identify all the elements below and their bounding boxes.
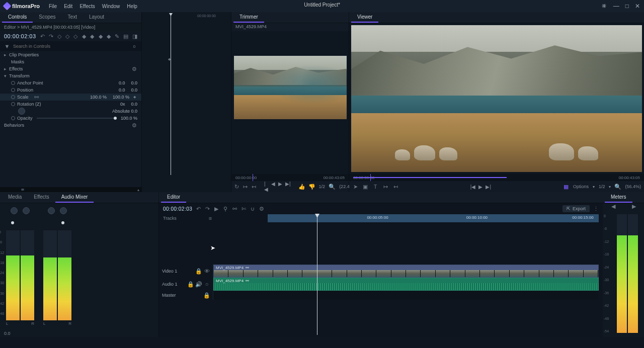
tab-media[interactable]: Media: [2, 192, 28, 203]
audio-clip[interactable]: MVI_4529.MP4⚯: [213, 278, 599, 291]
eye-icon[interactable]: 👁: [204, 268, 210, 274]
menu-edit[interactable]: Edit: [64, 4, 72, 9]
close-icon[interactable]: ✕: [635, 3, 640, 10]
goto-end-icon[interactable]: ▶|: [285, 181, 291, 192]
viewer-timebar[interactable]: 00:00:00:00 00:00:43:05: [349, 174, 644, 181]
ed-link-icon[interactable]: ⚯: [231, 206, 237, 212]
link-icon[interactable]: ⚯: [34, 94, 40, 100]
tab-trimmer[interactable]: Trimmer: [233, 12, 264, 23]
v-play-icon[interactable]: ▶: [478, 184, 482, 190]
prop-position[interactable]: Position0.00.0: [0, 86, 141, 94]
audio-track-body[interactable]: MVI_4529.MP4⚯: [213, 278, 599, 291]
ed-play-icon[interactable]: ▶: [213, 206, 219, 212]
v-out-icon[interactable]: ↤: [392, 184, 398, 190]
video-track-body[interactable]: MVI_4529.MP4⚯: [213, 265, 599, 278]
group-transform[interactable]: ▾Transform: [0, 72, 141, 79]
controls-timecode[interactable]: 00:00:02:03: [4, 33, 36, 39]
group-clip-properties[interactable]: ▸Clip Properties: [0, 51, 141, 58]
viewer-preview[interactable]: [349, 23, 644, 174]
tab-viewer[interactable]: Viewer: [351, 12, 378, 23]
prop-opacity[interactable]: Opacity100.0 %: [0, 115, 141, 122]
tab-audio-mixer[interactable]: Audio Mixer: [55, 192, 94, 203]
prop-scale[interactable]: Scale⚯100.0 %100.0 %◆: [0, 94, 141, 101]
master-track-body[interactable]: [213, 291, 599, 300]
v-text-icon[interactable]: T: [372, 184, 378, 190]
kf-add-icon[interactable]: ◇: [65, 33, 69, 39]
edit-icon[interactable]: ✎: [115, 33, 119, 39]
maximize-icon[interactable]: □: [625, 3, 629, 10]
ed-magnet-icon[interactable]: ∪: [250, 206, 256, 212]
trimmer-ratio[interactable]: 1/2: [319, 184, 326, 189]
group-effects[interactable]: ▸Effects⚙: [0, 65, 141, 72]
v-goto-end-icon[interactable]: ▶|: [486, 184, 491, 190]
effects-gear-icon[interactable]: ⚙: [131, 66, 137, 72]
keyframe-lane[interactable]: 00:00:00:00 ◆: [142, 12, 231, 192]
kf-icon[interactable]: ◆: [82, 33, 86, 39]
behaviors-gear-icon[interactable]: ⚙: [131, 122, 137, 128]
gain-knob[interactable]: [23, 207, 30, 214]
prop-rotation[interactable]: Rotation (Z)0x0.0: [0, 101, 141, 108]
filter-icon[interactable]: ▼: [4, 43, 10, 49]
menu-window[interactable]: Window: [102, 4, 120, 9]
ed-menu-icon[interactable]: ⋮: [593, 206, 599, 212]
in-icon[interactable]: ↦: [243, 184, 248, 190]
kf-prev-icon[interactable]: ◇: [57, 33, 61, 39]
panel-icon[interactable]: ◨: [132, 33, 137, 39]
zoom-icon[interactable]: 🔍: [329, 184, 335, 190]
rotation-dial[interactable]: Absolute 0.0: [0, 108, 141, 115]
viewer-options[interactable]: Options: [573, 184, 589, 189]
trimmer-timebar[interactable]: 00:00:00:00 00:00:43:05: [231, 174, 349, 181]
minimize-icon[interactable]: —: [613, 3, 619, 10]
menu-file[interactable]: File: [49, 4, 57, 9]
kf-icon-4[interactable]: ◆: [107, 33, 111, 39]
trimmer-preview[interactable]: [231, 31, 349, 174]
v-grid-icon[interactable]: ▦: [563, 184, 569, 190]
v-zoom-icon[interactable]: 🔍: [615, 184, 621, 190]
v-arrow-icon[interactable]: ➤: [352, 184, 358, 190]
lock-icon[interactable]: 🔒: [196, 268, 202, 274]
kf-diamond-icon[interactable]: ◆: [131, 94, 137, 100]
speaker-icon[interactable]: 🔊: [196, 281, 202, 287]
group-behaviors[interactable]: Behaviors⚙: [0, 122, 141, 129]
playhead[interactable]: [317, 214, 317, 335]
v-in-icon[interactable]: ↦: [382, 184, 388, 190]
tab-meters[interactable]: Meters: [605, 192, 632, 203]
redo-icon[interactable]: ↷: [49, 33, 53, 39]
thumbs-down-icon[interactable]: 👎: [309, 184, 315, 190]
ed-cut-icon[interactable]: ✄: [240, 206, 247, 212]
ed-redo-icon[interactable]: ↷: [204, 206, 210, 212]
out-icon[interactable]: ↤: [252, 184, 256, 190]
thumbs-up-icon[interactable]: 👍: [299, 184, 305, 190]
kf-icon-3[interactable]: ◆: [98, 33, 102, 39]
tab-layout[interactable]: Layout: [83, 12, 110, 23]
lock-icon-a[interactable]: 🔒: [188, 281, 194, 287]
fader-track-2[interactable]: [43, 220, 71, 225]
tab-text[interactable]: Text: [62, 12, 83, 23]
kf-next-icon[interactable]: ◇: [73, 33, 77, 39]
group-masks[interactable]: Masks: [0, 58, 141, 65]
solo-icon[interactable]: ○: [204, 281, 210, 287]
export-button[interactable]: ⇱Export: [562, 205, 590, 212]
pan-knob-2[interactable]: [48, 207, 55, 214]
ed-gear-icon[interactable]: ⚙: [259, 206, 265, 212]
viewer-ratio[interactable]: 1/2: [599, 184, 605, 189]
play-icon[interactable]: ▶: [278, 181, 282, 192]
tab-scopes[interactable]: Scopes: [33, 12, 61, 23]
tab-editor[interactable]: Editor: [161, 192, 186, 203]
gain-knob-2[interactable]: [60, 207, 67, 214]
editor-timecode[interactable]: 00:00:02:03: [163, 206, 192, 212]
fader-track[interactable]: [6, 220, 34, 225]
search-input[interactable]: [13, 44, 128, 49]
ed-undo-icon[interactable]: ↶: [195, 206, 201, 212]
meter-next-icon[interactable]: ▶: [631, 203, 637, 209]
tab-effects-b[interactable]: Effects: [28, 192, 55, 203]
list-icon[interactable]: ▤: [123, 33, 128, 39]
ed-snap-icon[interactable]: ⚲: [222, 206, 228, 212]
step-back-icon[interactable]: ◀: [271, 181, 275, 192]
v-crop-icon[interactable]: ▣: [362, 184, 368, 190]
lock-icon-m[interactable]: 🔒: [204, 292, 210, 298]
goto-start-icon[interactable]: |◀: [264, 181, 268, 192]
user-icon[interactable]: ⛯: [601, 3, 607, 10]
prop-anchor[interactable]: Anchor Point0.00.0: [0, 79, 141, 86]
controls-scrollbar[interactable]: ▴: [0, 187, 141, 192]
